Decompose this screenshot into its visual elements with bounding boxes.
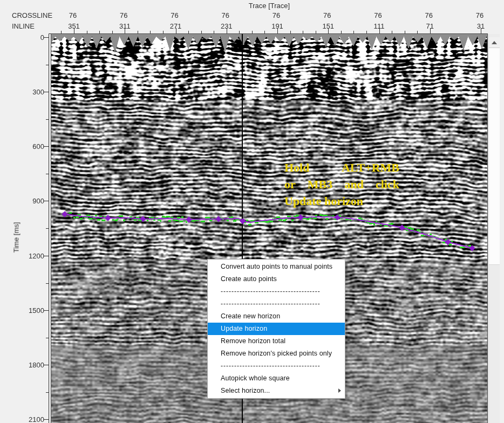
time-tick-label: 600 — [12, 142, 44, 151]
crossline-value: 76 — [425, 11, 433, 19]
inline-value: 231 — [221, 22, 233, 30]
time-axis-title: Time [ms] — [12, 222, 21, 253]
annotation-word: MB3 — [308, 176, 332, 193]
scroll-up-arrow-icon — [492, 41, 497, 44]
crossline-value: 76 — [222, 11, 229, 19]
crossline-value: 76 — [120, 11, 127, 19]
time-tick-label: 0 — [12, 33, 44, 42]
annotation-word: Hold — [284, 159, 309, 176]
instruction-annotation: Hold ALT+RMB or MB3 and click Update hor… — [284, 159, 399, 209]
inline-axis-label: INLINE — [12, 22, 35, 30]
crossline-value: 76 — [69, 11, 77, 19]
inline-value: 151 — [322, 22, 334, 30]
menu-item-remove-horizon-s-picked-points-only[interactable]: Remove horizon's picked points only — [208, 347, 345, 360]
menu-item-autopick-whole-square[interactable]: Autopick whole square — [208, 372, 345, 385]
crossline-axis-label: CROSSLINE — [12, 11, 52, 19]
inline-value: 191 — [271, 22, 283, 30]
menu-item-update-horizon[interactable]: Update horizon — [208, 323, 345, 335]
time-tick-label: 300 — [12, 88, 44, 96]
inline-value: 71 — [426, 22, 434, 30]
crossline-value: 76 — [171, 11, 178, 19]
menu-separator-dashes[interactable]: ------------------------------------- — [208, 285, 345, 298]
annotation-line-3: Update horizon — [284, 193, 399, 209]
time-tick-label: 1200 — [12, 251, 44, 260]
menu-item-remove-horizon-total[interactable]: Remove horizon total — [208, 335, 345, 347]
time-tick-label: 1800 — [12, 360, 44, 369]
submenu-arrow-icon — [338, 388, 341, 393]
scrollbar-thumb[interactable] — [489, 48, 500, 265]
time-tick-label: 2100 — [12, 415, 44, 423]
trace-axis-title: Trace [Trace] — [51, 2, 487, 10]
inline-value: 351 — [68, 22, 80, 30]
crossline-value: 76 — [273, 11, 280, 19]
annotation-line-2: or MB3 and click — [284, 176, 399, 193]
menu-separator-dashes[interactable]: ------------------------------------- — [208, 360, 345, 372]
annotation-line-1: Hold ALT+RMB — [284, 159, 399, 176]
inline-value: 31 — [477, 22, 485, 30]
annotation-word: and — [344, 176, 363, 193]
inline-value: 311 — [119, 22, 131, 30]
seismic-section-window: Trace [Trace] CROSSLINE INLINE 767676767… — [0, 0, 504, 423]
menu-separator-dashes[interactable]: ------------------------------------- — [208, 298, 345, 310]
inline-value: 111 — [374, 22, 385, 30]
menu-item-select-horizon[interactable]: Select horizon... — [208, 385, 345, 397]
scrollbar-up-button[interactable] — [489, 37, 500, 48]
vertical-scrollbar[interactable] — [488, 34, 500, 423]
crossline-value: 76 — [374, 11, 382, 19]
crossline-value: 76 — [476, 11, 483, 19]
horizon-context-menu: Convert auto points to manual pointsCrea… — [207, 259, 345, 399]
time-tick-label: 900 — [12, 197, 44, 205]
time-tick-label: 1500 — [12, 306, 44, 314]
crossline-value: 76 — [323, 11, 331, 19]
annotation-word: or — [284, 176, 296, 193]
menu-item-convert-auto-points-to-manual-points[interactable]: Convert auto points to manual points — [208, 261, 345, 273]
inline-value: 271 — [170, 22, 182, 30]
menu-item-create-new-horizon[interactable]: Create new horizon — [208, 310, 345, 323]
annotation-word: click — [376, 176, 399, 193]
menu-item-create-auto-points[interactable]: Create auto points — [208, 273, 345, 285]
annotation-word: ALT+RMB — [342, 159, 399, 176]
